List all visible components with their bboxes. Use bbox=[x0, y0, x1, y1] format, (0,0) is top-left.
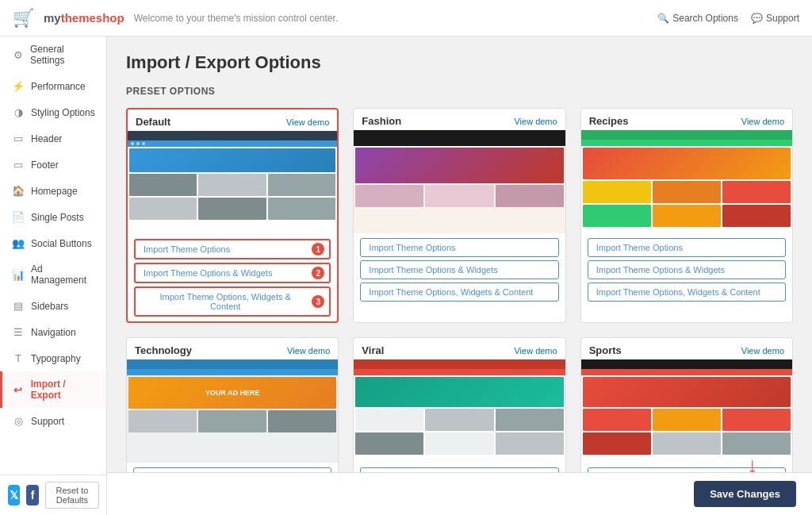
sidebar-label-social-buttons: Social Buttons bbox=[31, 238, 92, 249]
preset-grid: Default View demo Import Theme Options1I… bbox=[126, 108, 793, 515]
sidebar-label-import-export: Import / Export bbox=[31, 379, 97, 401]
view-demo-link-sports[interactable]: View demo bbox=[741, 346, 784, 356]
preset-preview-viral bbox=[354, 359, 565, 463]
layout: ⚙General Settings⚡Performance◑Styling Op… bbox=[0, 37, 812, 515]
preset-btn-fashion-0[interactable]: Import Theme Options bbox=[360, 238, 558, 257]
sidebar-icon-import-export: ↩ bbox=[12, 384, 25, 396]
sidebar-label-performance: Performance bbox=[31, 81, 86, 92]
sidebar-icon-typography: T bbox=[12, 352, 25, 364]
sidebar-item-social-buttons[interactable]: 👥Social Buttons bbox=[0, 230, 106, 256]
search-icon: 🔍 bbox=[657, 13, 669, 24]
preset-title-fashion: Fashion bbox=[362, 115, 401, 127]
sidebar-icon-social-buttons: 👥 bbox=[12, 237, 25, 249]
sidebar-label-single-posts: Single Posts bbox=[31, 212, 84, 223]
preset-title-default: Default bbox=[136, 116, 170, 128]
view-demo-link-fashion[interactable]: View demo bbox=[514, 117, 557, 126]
support-icon: 💬 bbox=[751, 13, 763, 24]
sidebar-item-general-settings[interactable]: ⚙General Settings bbox=[0, 37, 106, 73]
sidebar-item-single-posts[interactable]: 📄Single Posts bbox=[0, 204, 106, 230]
sidebar-item-navigation[interactable]: ☰Navigation bbox=[0, 319, 106, 345]
sidebar: ⚙General Settings⚡Performance◑Styling Op… bbox=[0, 37, 107, 515]
logo-prefix: my bbox=[44, 11, 61, 25]
sidebar-icon-performance: ⚡ bbox=[12, 80, 25, 92]
preset-btn-fashion-2[interactable]: Import Theme Options, Widgets & Content bbox=[360, 282, 558, 302]
sidebar-item-import-export[interactable]: ↩Import / Export bbox=[0, 371, 106, 408]
main-content: Import / Export Options Preset Options D… bbox=[107, 37, 812, 515]
sidebar-label-footer: Footer bbox=[31, 159, 59, 171]
preset-card-header-sports: Sports View demo bbox=[581, 338, 792, 359]
view-demo-link-default[interactable]: View demo bbox=[286, 117, 329, 127]
logo-text: mythemeshop bbox=[44, 11, 124, 25]
sidebar-label-sidebars: Sidebars bbox=[31, 301, 68, 312]
sidebar-icon-general-settings: ⚙ bbox=[12, 49, 24, 61]
badge-default-2: 3 bbox=[312, 295, 324, 308]
sidebar-label-ad-management: Ad Management bbox=[31, 263, 97, 286]
sidebar-item-header[interactable]: ▭Header bbox=[0, 125, 106, 152]
search-options-link[interactable]: 🔍 Search Options bbox=[657, 13, 738, 24]
preset-title-viral: Viral bbox=[362, 344, 384, 356]
sidebar-icon-support: ◎ bbox=[12, 415, 25, 427]
sidebar-items: ⚙General Settings⚡Performance◑Styling Op… bbox=[0, 37, 106, 434]
sidebar-icon-footer: ▭ bbox=[12, 159, 25, 171]
preset-preview-sports bbox=[581, 359, 792, 463]
preset-btn-fashion-1[interactable]: Import Theme Options & Widgets bbox=[360, 260, 558, 279]
preset-card-header-viral: Viral View demo bbox=[354, 338, 565, 359]
preset-card-header-default: Default View demo bbox=[128, 110, 337, 131]
sidebar-item-styling-options[interactable]: ◑Styling Options bbox=[0, 99, 106, 125]
footer-bar: Save Changes bbox=[107, 472, 812, 515]
badge-default-0: 1 bbox=[312, 243, 324, 256]
preset-btn-default-0[interactable]: Import Theme Options1 bbox=[134, 239, 331, 259]
preset-card-recipes: Recipes View demo Import Theme OptionsIm… bbox=[580, 108, 793, 323]
sidebar-item-sidebars[interactable]: ▤Sidebars bbox=[0, 293, 106, 319]
facebook-button[interactable]: f bbox=[26, 485, 38, 505]
preset-btn-default-1[interactable]: Import Theme Options & Widgets2 bbox=[134, 263, 331, 283]
preset-title-sports: Sports bbox=[589, 344, 622, 356]
sidebar-icon-single-posts: 📄 bbox=[12, 211, 25, 223]
sidebar-item-performance[interactable]: ⚡Performance bbox=[0, 73, 106, 99]
preset-card-default: Default View demo Import Theme Options1I… bbox=[126, 108, 339, 323]
support-link[interactable]: 💬 Support bbox=[751, 13, 799, 24]
sidebar-label-general-settings: General Settings bbox=[30, 44, 97, 66]
preset-card-fashion: Fashion View demo Import Theme OptionsIm… bbox=[353, 108, 565, 323]
sidebar-item-homepage[interactable]: 🏠Homepage bbox=[0, 178, 106, 204]
section-label: Preset Options bbox=[126, 86, 793, 97]
preset-actions-default: Import Theme Options1Import Theme Option… bbox=[128, 234, 337, 321]
preset-btn-default-2[interactable]: Import Theme Options, Widgets & Content3 bbox=[134, 286, 331, 317]
preset-preview-recipes bbox=[581, 130, 792, 233]
sidebar-icon-navigation: ☰ bbox=[12, 326, 25, 338]
sidebar-label-typography: Typography bbox=[31, 353, 81, 364]
page-title: Import / Export Options bbox=[126, 52, 793, 73]
preset-btn-recipes-2[interactable]: Import Theme Options, Widgets & Content bbox=[588, 282, 786, 302]
topbar: 🛒 mythemeshop Welcome to your theme's mi… bbox=[0, 0, 812, 37]
view-demo-link-viral[interactable]: View demo bbox=[514, 346, 557, 356]
sidebar-icon-header: ▭ bbox=[12, 133, 25, 144]
sidebar-item-ad-management[interactable]: 📊Ad Management bbox=[0, 256, 106, 293]
twitter-button[interactable]: 𝕏 bbox=[8, 485, 20, 505]
reset-defaults-button[interactable]: Reset to Defaults bbox=[45, 482, 99, 509]
topbar-left: 🛒 mythemeshop Welcome to your theme's mi… bbox=[13, 8, 338, 29]
preset-btn-recipes-0[interactable]: Import Theme Options bbox=[588, 238, 786, 257]
preset-title-technology: Technology bbox=[135, 344, 192, 356]
preset-title-recipes: Recipes bbox=[589, 115, 629, 127]
preset-card-header-recipes: Recipes View demo bbox=[581, 109, 792, 130]
save-changes-button[interactable]: Save Changes bbox=[694, 481, 796, 507]
tagline: Welcome to your theme's mission control … bbox=[134, 13, 339, 24]
logo-cart-icon: 🛒 bbox=[13, 8, 34, 29]
preset-preview-technology: YOUR AD HERE bbox=[127, 359, 338, 463]
sidebar-icon-styling-options: ◑ bbox=[12, 106, 25, 118]
preset-btn-recipes-1[interactable]: Import Theme Options & Widgets bbox=[588, 260, 786, 279]
preset-actions-fashion: Import Theme OptionsImport Theme Options… bbox=[354, 233, 565, 306]
topbar-right: 🔍 Search Options 💬 Support bbox=[657, 13, 799, 24]
view-demo-link-recipes[interactable]: View demo bbox=[741, 117, 784, 126]
sidebar-label-styling-options: Styling Options bbox=[31, 107, 95, 118]
preset-actions-recipes: Import Theme OptionsImport Theme Options… bbox=[581, 233, 792, 306]
sidebar-label-homepage: Homepage bbox=[31, 186, 78, 197]
preset-card-header-fashion: Fashion View demo bbox=[354, 109, 565, 130]
sidebar-item-footer[interactable]: ▭Footer bbox=[0, 152, 106, 178]
preset-preview-default bbox=[128, 131, 337, 234]
sidebar-item-support[interactable]: ◎Support bbox=[0, 408, 106, 434]
preset-card-header-technology: Technology View demo bbox=[127, 338, 338, 359]
sidebar-icon-homepage: 🏠 bbox=[12, 185, 25, 197]
sidebar-item-typography[interactable]: TTypography bbox=[0, 345, 106, 371]
view-demo-link-technology[interactable]: View demo bbox=[287, 346, 330, 356]
